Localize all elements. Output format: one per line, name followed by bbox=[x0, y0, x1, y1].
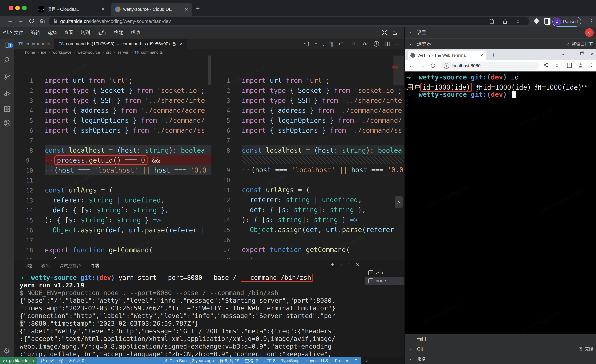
remote-indicator[interactable]: >< go.titanide.cn bbox=[0, 357, 37, 364]
scrollbar-left-pane[interactable] bbox=[208, 56, 211, 85]
restore-icon[interactable] bbox=[580, 51, 584, 57]
revert-left-icon[interactable] bbox=[338, 41, 345, 47]
menu-dots-icon[interactable]: ⋮ bbox=[589, 62, 594, 68]
browser-menu-icon[interactable]: ⋮ bbox=[589, 18, 594, 24]
breadcrumb-file[interactable]: command.ts bbox=[141, 50, 163, 55]
language-mode[interactable]: TypeScript bbox=[281, 358, 301, 363]
formatter[interactable]: Prettier bbox=[335, 358, 348, 363]
dropdown-icon[interactable]: ⌄ bbox=[561, 51, 565, 57]
back-icon[interactable]: ← bbox=[7, 17, 13, 24]
forward-icon[interactable]: → bbox=[18, 17, 24, 24]
browser-tab-project[interactable]: <t> 项目 - CloudIDE ✕ bbox=[34, 3, 108, 16]
close-tab-icon[interactable]: ✕ bbox=[480, 53, 483, 58]
sidepanel-icon[interactable] bbox=[544, 18, 551, 25]
fullscreen-icon[interactable] bbox=[381, 29, 388, 36]
diff-pane-original[interactable]: 1import url from 'url';2import type { So… bbox=[14, 56, 211, 259]
sidepanel-icon[interactable] bbox=[567, 63, 572, 68]
bookmark-star-icon[interactable]: ☆ bbox=[515, 18, 521, 25]
profile-chip[interactable]: J Paused bbox=[552, 17, 581, 27]
reload-icon[interactable] bbox=[29, 18, 35, 24]
browser-tab-wetty-source[interactable]: wetty-source - CloudIDE ✕ bbox=[111, 3, 192, 16]
back-icon[interactable]: ← bbox=[409, 63, 414, 69]
close-window-button[interactable] bbox=[9, 6, 13, 10]
close-tab-icon[interactable]: ✕ bbox=[185, 7, 188, 12]
menu-edit[interactable]: 编辑 bbox=[31, 29, 40, 36]
search-icon[interactable] bbox=[3, 56, 11, 64]
clone-button[interactable]: 克隆 bbox=[578, 346, 593, 352]
panel-tab-problems[interactable]: 问题 bbox=[23, 263, 32, 269]
user-badge[interactable]: 邓 bbox=[585, 28, 594, 37]
run-debug-icon[interactable] bbox=[3, 90, 11, 97]
blame-indicator[interactable]: Cian Butler, 3 years ago bbox=[164, 358, 214, 363]
editor-tab-diff[interactable]: TS command.ts (17b75c98) ↔ command.ts (d… bbox=[54, 39, 187, 49]
wetty-terminal[interactable]: → wetty-source git:(dev) id用户id=1000(ide… bbox=[405, 72, 596, 334]
next-change-icon[interactable]: ↓ bbox=[322, 41, 325, 47]
close-icon[interactable]: ✕ bbox=[590, 51, 594, 57]
revert-right-icon[interactable] bbox=[362, 41, 368, 47]
expand-icon[interactable]: > bbox=[366, 358, 369, 363]
new-terminal-icon[interactable]: + bbox=[331, 262, 334, 268]
terminal-instance-zsh[interactable]: > zsh bbox=[365, 269, 404, 277]
whitespace-icon[interactable]: ¶ bbox=[330, 41, 333, 47]
menu-selection[interactable]: 选择 bbox=[47, 29, 57, 36]
breadcrumb-item[interactable]: server bbox=[117, 50, 128, 55]
layout-icon[interactable] bbox=[392, 29, 399, 36]
panel-tab-output[interactable]: 输出 bbox=[41, 263, 50, 269]
cursor-position[interactable]: 行 8, 列 19 bbox=[220, 358, 239, 364]
bookmark-star-icon[interactable]: ☆ bbox=[554, 62, 559, 68]
maximize-panel-icon[interactable]: ⌃ bbox=[347, 262, 351, 268]
breadcrumb-item[interactable]: workspace bbox=[52, 50, 72, 55]
split-editor-icon[interactable] bbox=[385, 41, 390, 47]
extensions-icon[interactable] bbox=[3, 105, 11, 113]
open-changes-icon[interactable] bbox=[304, 41, 310, 47]
settings-gear-icon[interactable]: ⚙ bbox=[3, 346, 10, 355]
current-change-icon[interactable] bbox=[350, 41, 357, 47]
services-section-header[interactable]: › 服务 bbox=[405, 354, 596, 364]
menu-file[interactable]: 文件 bbox=[14, 29, 23, 36]
breadcrumb-item[interactable]: ide bbox=[41, 50, 46, 55]
indentation[interactable]: 空格: 2 bbox=[245, 358, 258, 364]
site-info-icon[interactable]: i bbox=[444, 63, 449, 69]
notifications-bell-icon[interactable] bbox=[354, 358, 358, 363]
home-icon[interactable] bbox=[39, 18, 45, 24]
close-tab-icon[interactable]: ✕ bbox=[179, 41, 183, 47]
settings-section-header[interactable]: › 设置 bbox=[405, 27, 596, 39]
editor-tab-command[interactable]: TS command.ts bbox=[14, 39, 54, 49]
ports-section-header[interactable]: › 端口 bbox=[405, 334, 596, 344]
terminal-instance-node[interactable]: > node bbox=[365, 277, 404, 285]
timeline-icon[interactable] bbox=[373, 41, 380, 47]
minimize-window-button[interactable] bbox=[15, 6, 20, 10]
menu-terminal[interactable]: 终端 bbox=[114, 29, 123, 36]
forward-icon[interactable]: → bbox=[419, 63, 425, 69]
breadcrumb-item[interactable]: src bbox=[106, 50, 112, 55]
profile-avatar-icon[interactable] bbox=[578, 63, 583, 68]
breadcrumb-item[interactable]: home bbox=[25, 50, 35, 55]
menu-view[interactable]: 查看 bbox=[64, 29, 73, 36]
breadcrumb[interactable]: home› ide› workspace› wetty-source› src›… bbox=[14, 49, 404, 56]
diff-pane-modified[interactable]: 1import url from 'url';2import type { So… bbox=[211, 56, 404, 259]
previous-change-icon[interactable]: ↑ bbox=[315, 41, 317, 47]
extensions-puzzle-icon[interactable] bbox=[533, 18, 540, 25]
share-icon[interactable] bbox=[543, 63, 548, 68]
scrollbar-right-pane[interactable] bbox=[394, 56, 404, 85]
menu-run[interactable]: 运行 bbox=[97, 29, 107, 36]
panel-tab-terminal[interactable]: 终端 bbox=[90, 263, 99, 269]
share-icon[interactable] bbox=[503, 19, 507, 24]
git-graph-icon[interactable] bbox=[3, 119, 11, 127]
close-panel-icon[interactable]: ✕ bbox=[356, 262, 360, 268]
open-new-window-button[interactable]: 新窗口打开 bbox=[565, 41, 593, 47]
close-tab-icon[interactable]: ✕ bbox=[101, 7, 105, 12]
git-section-header[interactable]: › Git 克隆 bbox=[405, 344, 596, 354]
problems-indicator[interactable]: ⊘ 0 ⚠ 0 bbox=[68, 358, 84, 363]
reload-icon[interactable] bbox=[430, 63, 436, 68]
terminal-output[interactable]: → wetty-source git:(dev) yarn start --po… bbox=[20, 274, 362, 357]
minimize-icon[interactable]: ─ bbox=[571, 51, 574, 57]
url-bar[interactable]: go.titanide.cn/ide/web/coding/wetty-sour… bbox=[49, 17, 529, 25]
more-actions-icon[interactable]: ⋯ bbox=[395, 41, 401, 47]
zoom-window-button[interactable] bbox=[22, 6, 27, 10]
branch-indicator[interactable]: dev* bbox=[40, 358, 54, 363]
new-tab-icon[interactable]: + bbox=[492, 51, 495, 58]
keyboard-layout[interactable]: Layout: U.S. bbox=[306, 358, 329, 363]
menu-help[interactable]: 帮助 bbox=[131, 29, 140, 36]
clipboard-icon[interactable] bbox=[489, 19, 494, 24]
